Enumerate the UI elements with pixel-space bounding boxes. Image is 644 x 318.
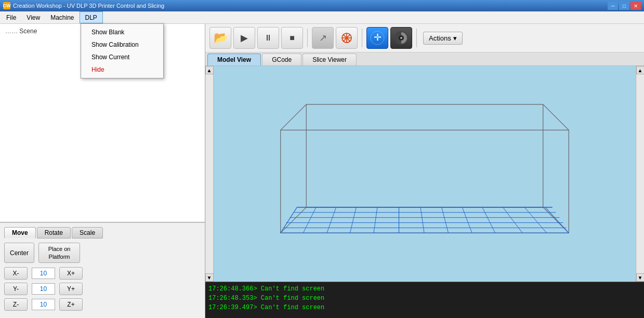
- title-bar: CW Creation Workshop - UV DLP 3D Printer…: [0, 0, 644, 11]
- left-scrollbar[interactable]: ▲ ▼: [205, 66, 214, 282]
- close-button[interactable]: ✕: [630, 2, 641, 10]
- actions-label: Actions: [429, 34, 451, 42]
- scroll-down-arrow[interactable]: ▼: [205, 273, 214, 282]
- view-tabs: Model View GCode Slice Viewer: [205, 52, 644, 66]
- svg-point-5: [345, 36, 348, 39]
- tab-model-view[interactable]: Model View: [207, 54, 261, 65]
- display-icon: [394, 31, 409, 45]
- x-minus-button[interactable]: X-: [4, 267, 28, 280]
- scroll-track-left: [206, 74, 213, 273]
- view-inner: ▲ ▼: [205, 66, 644, 282]
- y-plus-button[interactable]: Y+: [59, 283, 83, 295]
- center-button[interactable]: Center: [4, 243, 34, 263]
- maximize-button[interactable]: □: [619, 2, 629, 10]
- console-line-3: 17:26:39.497> Can't find screen: [208, 303, 641, 312]
- open-folder-icon: 📂: [214, 31, 228, 45]
- dropdown-show-current[interactable]: Show Current: [81, 51, 163, 63]
- y-axis-row: Y- Y+: [4, 283, 201, 295]
- tab-move[interactable]: Move: [4, 227, 36, 239]
- console-line-2: 17:26:48.353> Can't find screen: [208, 294, 641, 303]
- toolbar: 📂 ▶ ⏸ ■ ↗: [205, 24, 644, 52]
- transform-section: Move Rotate Scale Center Place on Platfo…: [0, 222, 205, 318]
- pointer-icon: ↗: [319, 32, 327, 44]
- minimize-button[interactable]: ─: [608, 2, 618, 10]
- display-button[interactable]: [390, 27, 412, 49]
- menu-bar: File View Machine DLP Show Blank Show Ca…: [0, 11, 644, 24]
- right-scrollbar[interactable]: ▲ ▼: [636, 66, 644, 282]
- app-icon: CW: [3, 2, 10, 9]
- dlp-dropdown: Show Blank Show Calibration Show Current…: [81, 23, 164, 78]
- svg-point-10: [400, 37, 402, 39]
- toolbar-separator-3: [416, 29, 417, 47]
- x-axis-row: X- X+: [4, 267, 201, 280]
- open-button[interactable]: 📂: [209, 27, 231, 49]
- console-line-1: 17:26:48.366> Can't find screen: [208, 284, 641, 294]
- z-minus-button[interactable]: Z-: [4, 298, 28, 311]
- stop-button[interactable]: ■: [281, 27, 303, 49]
- stop-icon: ■: [290, 33, 295, 43]
- toolbar-separator-1: [307, 29, 308, 47]
- magic-icon: [340, 31, 353, 45]
- 3d-view[interactable]: [214, 66, 636, 282]
- actions-button[interactable]: Actions ▾: [423, 32, 463, 45]
- z-plus-button[interactable]: Z+: [59, 298, 83, 311]
- z-value-input[interactable]: [32, 299, 55, 310]
- menu-machine[interactable]: Machine: [45, 11, 79, 23]
- dropdown-hide[interactable]: Hide: [81, 63, 163, 76]
- play-button[interactable]: ▶: [233, 27, 255, 49]
- pause-icon: ⏸: [264, 33, 272, 43]
- z-axis-row: Z- Z+: [4, 298, 201, 311]
- dropdown-show-blank[interactable]: Show Blank: [81, 26, 163, 38]
- x-value-input[interactable]: [32, 268, 55, 279]
- select-button[interactable]: ↗: [312, 27, 334, 49]
- y-value-input[interactable]: [32, 283, 55, 295]
- dropdown-show-calibration[interactable]: Show Calibration: [81, 38, 163, 51]
- tab-gcode[interactable]: GCode: [262, 54, 301, 65]
- svg-text:✛: ✛: [374, 32, 382, 43]
- magic-button[interactable]: [336, 27, 358, 49]
- tab-scale[interactable]: Scale: [72, 227, 103, 239]
- console: 17:26:48.366> Can't find screen 17:26:48…: [205, 282, 644, 318]
- pause-button[interactable]: ⏸: [257, 27, 279, 49]
- tab-slice-viewer[interactable]: Slice Viewer: [303, 54, 357, 65]
- scroll-right-up[interactable]: ▲: [636, 66, 645, 74]
- transform-action-buttons: Center Place on Platform: [4, 243, 201, 263]
- toolbar-separator-2: [362, 29, 362, 47]
- 3d-canvas: [214, 66, 636, 282]
- tab-rotate[interactable]: Rotate: [37, 227, 71, 239]
- transform-tabs: Move Rotate Scale: [4, 227, 201, 239]
- menu-dlp[interactable]: DLP: [80, 11, 103, 23]
- menu-view[interactable]: View: [21, 11, 45, 23]
- svg-rect-11: [214, 78, 636, 269]
- right-panel: 📂 ▶ ⏸ ■ ↗: [205, 24, 644, 318]
- move3d-icon: ✛: [370, 31, 385, 45]
- scroll-right-down[interactable]: ▼: [636, 273, 645, 282]
- move3d-button[interactable]: ✛: [366, 27, 388, 49]
- y-minus-button[interactable]: Y-: [4, 283, 28, 295]
- scroll-up-arrow[interactable]: ▲: [205, 66, 214, 74]
- x-plus-button[interactable]: X+: [59, 267, 83, 280]
- actions-arrow-icon: ▾: [453, 34, 457, 42]
- menu-file[interactable]: File: [1, 11, 21, 23]
- place-on-platform-button[interactable]: Place on Platform: [38, 243, 80, 263]
- play-icon: ▶: [241, 32, 248, 44]
- view-content: Model View GCode Slice Viewer ▲ ▼: [205, 52, 644, 318]
- scroll-track-right: [637, 74, 644, 273]
- title-text: Creation Workshop - UV DLP 3D Printer Co…: [13, 3, 164, 9]
